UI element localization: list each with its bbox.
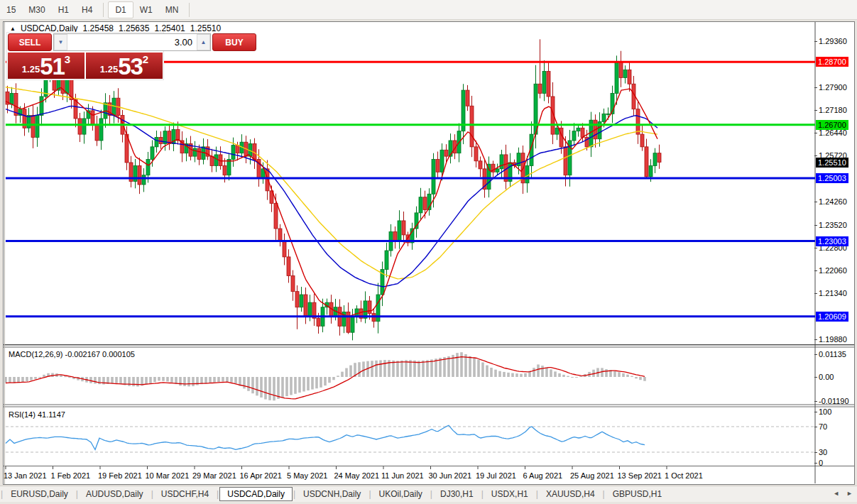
sell-price-sup: 3 [65, 53, 70, 65]
price-tick-label: 1.27900 [819, 83, 847, 92]
macd-tick-label: 0.01135 [819, 350, 846, 358]
sell-price-big: 51 [40, 56, 65, 77]
date-label: 13 Sep 2021 [618, 471, 662, 480]
date-label: 29 Mar 2021 [192, 471, 236, 480]
date-label: 1 Feb 2021 [51, 471, 91, 480]
buy-price-big: 53 [118, 56, 143, 77]
spinner-down-icon: ▼ [58, 39, 64, 45]
date-label: 25 Aug 2021 [570, 471, 614, 480]
tab-gbpusd[interactable]: GBPUSD,H1 [606, 487, 669, 501]
tab-eurusd[interactable]: EURUSD,Daily [4, 487, 75, 501]
price-tick-label: 1.23520 [819, 221, 847, 229]
date-label: 13 Jan 2021 [4, 471, 47, 480]
price-tick-label: 1.29360 [819, 37, 847, 45]
date-label: 6 Aug 2021 [523, 471, 563, 480]
date-label: 24 May 2021 [334, 471, 380, 480]
rsi-tick-label: 30 [819, 448, 827, 456]
chart-symbol-title: USDCAD,Daily [21, 23, 78, 33]
window-inner-edge [4, 22, 5, 484]
tab-scroll-left-icon[interactable]: ◄ [833, 490, 839, 497]
rsi-tick-label: 100 [819, 407, 831, 416]
ohlc-close: 1.25510 [190, 23, 221, 33]
one-click-trading-panel: SELL ▼ ▲ BUY 1.25 51 3 1.25 53 2 [7, 33, 163, 80]
macd-tick-label: 0.00 [819, 373, 834, 381]
volume-increase-button[interactable]: ▲ [197, 34, 210, 50]
horizontal-lines-layer[interactable] [6, 62, 815, 316]
volume-input[interactable] [67, 34, 197, 50]
tab-audusd[interactable]: AUDUSD,Daily [79, 487, 151, 501]
date-label: 11 Jun 2021 [381, 471, 424, 480]
chart-header: ▲ USDCAD,Daily 1.25458 1.25635 1.25401 1… [10, 23, 221, 33]
macd-panel [4, 352, 646, 400]
rsi-tick-label: 70 [819, 422, 827, 431]
spinner-up-icon: ▲ [201, 39, 207, 45]
rsi-label: RSI(14) 41.1147 [9, 410, 65, 419]
buy-quote[interactable]: 1.25 53 2 [86, 53, 163, 79]
collapse-panel-icon[interactable]: ▲ [10, 26, 16, 32]
price-badge: 1.28700 [816, 57, 848, 67]
tab-scroll-right-icon[interactable]: ► [846, 490, 853, 497]
price-badge: 1.25510 [816, 158, 848, 168]
rsi-panel [6, 425, 815, 452]
rsi-tick-label: 0 [819, 459, 823, 467]
date-label: 19 Jul 2021 [476, 471, 516, 480]
date-label: 10 Mar 2021 [146, 471, 190, 480]
candles-layer [6, 39, 661, 340]
tab-usdcnh[interactable]: USDCNH,Daily [296, 487, 368, 501]
price-tick-label: 1.22060 [819, 266, 847, 275]
tab-usdx[interactable]: USDX,H1 [484, 487, 535, 501]
sell-price-small: 1.25 [22, 64, 40, 75]
sell-quote[interactable]: 1.25 51 3 [8, 53, 84, 79]
price-badge: 1.25003 [816, 173, 848, 183]
buy-price-small: 1.25 [100, 64, 118, 75]
moving-averages-layer [6, 87, 657, 317]
date-label: 1 Oct 2021 [665, 471, 703, 480]
tab-usdcad[interactable]: USDCAD,Daily [219, 487, 293, 501]
sell-button[interactable]: SELL [8, 33, 52, 51]
price-tick-label: 1.21340 [819, 289, 847, 297]
date-label: 19 Feb 2021 [98, 471, 142, 480]
price-badge: 1.23003 [816, 236, 848, 246]
tab-scroll-buttons: ◄ ► [833, 490, 853, 497]
price-badge: 1.20609 [816, 312, 848, 322]
date-label: 30 Jun 2021 [429, 471, 472, 480]
price-badge: 1.26700 [816, 120, 848, 130]
date-label: 16 Apr 2021 [240, 471, 282, 480]
tab-dj30[interactable]: DJ30,H1 [433, 487, 481, 501]
symbol-tab-bar: |EURUSD,Daily|AUDUSD,Daily|USDCHF,H4|USD… [0, 486, 857, 502]
ohlc-low: 1.25401 [154, 23, 185, 33]
price-tick-label: 1.27180 [819, 106, 847, 114]
price-tick-label: 1.19880 [819, 335, 847, 344]
buy-price-sup: 2 [143, 53, 148, 65]
ohlc-open: 1.25458 [83, 23, 114, 33]
macd-label: MACD(12,26,9) -0.002167 0.000105 [9, 350, 135, 358]
buy-button[interactable]: BUY [212, 33, 256, 51]
macd-tick-label: -0.01190 [819, 397, 849, 405]
date-label: 5 May 2021 [287, 471, 327, 480]
tab-xauusd[interactable]: XAUUSD,H4 [539, 487, 602, 501]
volume-spinner: ▼ ▲ [53, 33, 211, 51]
price-tick-label: 1.26440 [819, 128, 847, 137]
volume-decrease-button[interactable]: ▼ [54, 34, 67, 50]
tab-usdchf[interactable]: USDCHF,H4 [154, 487, 216, 501]
ohlc-high: 1.25635 [119, 23, 149, 33]
time-ticks [6, 466, 667, 469]
tab-ukoil[interactable]: UKOil,Daily [372, 487, 430, 501]
price-tick-label: 1.24260 [819, 197, 847, 206]
